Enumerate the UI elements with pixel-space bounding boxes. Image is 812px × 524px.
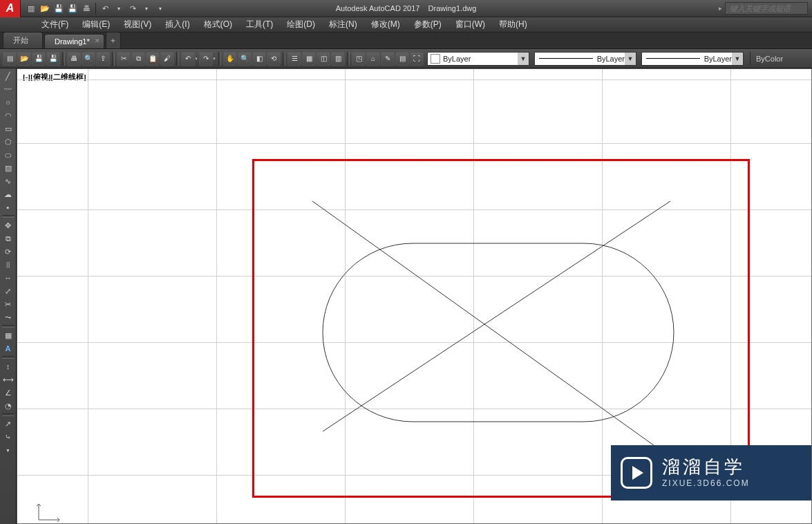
arc-tool[interactable]: ◠	[1, 109, 15, 122]
saveas-icon[interactable]: 💾	[66, 2, 79, 15]
separator	[2, 325, 15, 328]
menu-help[interactable]: 帮助(H)	[492, 17, 534, 32]
dim-tool[interactable]: ↕	[1, 360, 15, 373]
undo-icon[interactable]: ↶	[99, 2, 111, 15]
rectangle-tool[interactable]: ▭	[1, 122, 15, 135]
separator	[2, 215, 15, 218]
plot-icon[interactable]: 🖶	[80, 2, 93, 15]
zoomprev-button[interactable]: ⟲	[267, 52, 281, 66]
dimrad-tool[interactable]: ◔	[1, 400, 15, 412]
app-logo[interactable]: A	[0, 0, 21, 17]
qat-customize-icon[interactable]: ▼	[154, 2, 167, 15]
copy-tool[interactable]: ⧉	[1, 232, 15, 245]
chevron-down-icon[interactable]: ▼	[1, 444, 15, 456]
chevron-down-icon[interactable]: ▼	[194, 57, 198, 61]
tab-add-button[interactable]: ＋	[106, 32, 121, 48]
chevron-down-icon[interactable]: ▼	[732, 53, 743, 65]
dimlin-tool[interactable]: ⟷	[1, 373, 15, 386]
copy-button[interactable]: ⧉	[131, 52, 145, 66]
publish-button[interactable]: ⇪	[96, 52, 110, 66]
separator	[62, 52, 65, 66]
layer-color-dropdown[interactable]: ByLayer ▼	[427, 52, 529, 66]
toolpal-button[interactable]: ▥	[331, 52, 345, 66]
polygon-tool[interactable]: ⬠	[1, 135, 15, 148]
undo-button[interactable]: ↶	[181, 52, 195, 66]
redo-icon[interactable]: ↷	[126, 2, 139, 15]
tab-drawing1[interactable]: Drawing1* ✕	[44, 34, 104, 48]
menu-view[interactable]: 视图(V)	[117, 17, 158, 32]
drawing-canvas[interactable]: [-][俯视][二维线框] 溜溜自学 ZIXUE.3D66.COM	[17, 68, 812, 524]
chevron-down-icon[interactable]: ▼	[518, 53, 529, 65]
menu-edit[interactable]: 编辑(E)	[75, 17, 117, 32]
mleader-tool[interactable]: ⤷	[1, 431, 15, 443]
leader-tool[interactable]: ↗	[1, 418, 15, 430]
standard-toolbar: ▤ 📂 💾 💾 🖶 🔍 ⇪ ✂ ⧉ 📋 🖌 ↶▼ ↷▼ ✋ 🔍 ◧ ⟲ ☰ ▦ …	[0, 49, 812, 68]
close-icon[interactable]: ✕	[95, 37, 100, 44]
spline-tool[interactable]: ∿	[1, 175, 15, 187]
menu-dimension[interactable]: 标注(N)	[322, 17, 364, 32]
search-arrow-icon[interactable]: ▸	[719, 5, 722, 12]
line-tool[interactable]: ╱	[1, 70, 15, 82]
window-title: Autodesk AutoCAD 2017 Drawing1.dwg	[336, 4, 477, 12]
zoom-button[interactable]: 🔍	[238, 52, 252, 66]
pan-button[interactable]: ✋	[223, 52, 237, 66]
lineweight-dropdown[interactable]: ByLayer ▼	[641, 52, 744, 66]
rotate-tool[interactable]: ⟳	[1, 245, 15, 258]
chevron-down-icon[interactable]: ▼	[212, 57, 216, 61]
dcenter-button[interactable]: ⌂	[366, 52, 380, 66]
menu-insert[interactable]: 插入(I)	[158, 17, 196, 32]
chevron-down-icon[interactable]: ▼	[140, 2, 153, 15]
circle-tool[interactable]: ○	[1, 96, 15, 109]
cut-button[interactable]: ✂	[117, 52, 131, 66]
chevron-down-icon[interactable]: ▼	[625, 53, 636, 65]
extend-tool[interactable]: ⤳	[1, 311, 15, 324]
chevron-down-icon[interactable]: ▼	[113, 2, 125, 15]
trim-tool[interactable]: ✂	[1, 298, 15, 310]
menu-draw[interactable]: 绘图(D)	[280, 17, 322, 32]
polyline-tool[interactable]: 〰	[1, 83, 15, 95]
stretch-tool[interactable]: ↔	[1, 272, 15, 284]
save-icon[interactable]: 💾	[53, 2, 65, 15]
redo-button[interactable]: ↷	[199, 52, 213, 66]
menu-parametric[interactable]: 参数(P)	[407, 17, 449, 32]
open-icon[interactable]: 📂	[39, 2, 51, 15]
blocks-button[interactable]: ◳	[352, 52, 366, 66]
tab-start[interactable]: 开始	[3, 32, 43, 48]
move-tool[interactable]: ✥	[1, 219, 15, 232]
calc-button[interactable]: ▤	[395, 52, 409, 66]
plotpreview-button[interactable]: 🔍	[82, 52, 95, 66]
matchprop-button[interactable]: 🖌	[160, 52, 174, 66]
table-tool[interactable]: ▦	[1, 329, 15, 341]
menu-file[interactable]: 文件(F)	[35, 17, 75, 32]
cleanscrn-button[interactable]: ⛶	[410, 52, 424, 66]
doc-name: Drawing1.dwg	[428, 4, 477, 12]
mirror-tool[interactable]: ⧛	[1, 259, 15, 271]
open-button[interactable]: 📂	[17, 52, 31, 66]
props-button[interactable]: ☰	[287, 52, 301, 66]
menu-tools[interactable]: 工具(T)	[239, 17, 280, 32]
save-button[interactable]: 💾	[32, 52, 46, 66]
ellipse-tool[interactable]: ⬭	[1, 149, 15, 161]
plotstyle-label[interactable]: ByColor	[750, 52, 783, 66]
point-tool[interactable]: ▪	[1, 201, 15, 214]
zoomwin-button[interactable]: ◧	[252, 52, 266, 66]
search-input[interactable]	[725, 2, 808, 15]
menu-modify[interactable]: 修改(M)	[364, 17, 407, 32]
lineweight-preview	[646, 58, 700, 59]
paste-button[interactable]: 📋	[146, 52, 160, 66]
menu-window[interactable]: 窗口(W)	[449, 17, 492, 32]
plot-button[interactable]: 🖶	[67, 52, 81, 66]
layermgr-button[interactable]: ◫	[317, 52, 330, 66]
scale-tool[interactable]: ⤢	[1, 285, 15, 297]
menu-format[interactable]: 格式(O)	[197, 17, 239, 32]
qnew-button[interactable]: ▤	[3, 52, 17, 66]
hatch-tool[interactable]: ▨	[1, 162, 15, 174]
linetype-dropdown[interactable]: ByLayer ▼	[534, 52, 636, 66]
markup-button[interactable]: ✎	[381, 52, 395, 66]
sheetset-button[interactable]: ▦	[302, 52, 316, 66]
text-tool[interactable]: A	[1, 342, 15, 355]
qnew-icon[interactable]: ▥	[25, 2, 37, 15]
dimang-tool[interactable]: ∠	[1, 386, 15, 399]
saveas-button[interactable]: 💾	[46, 52, 60, 66]
revcloud-tool[interactable]: ☁	[1, 188, 15, 200]
